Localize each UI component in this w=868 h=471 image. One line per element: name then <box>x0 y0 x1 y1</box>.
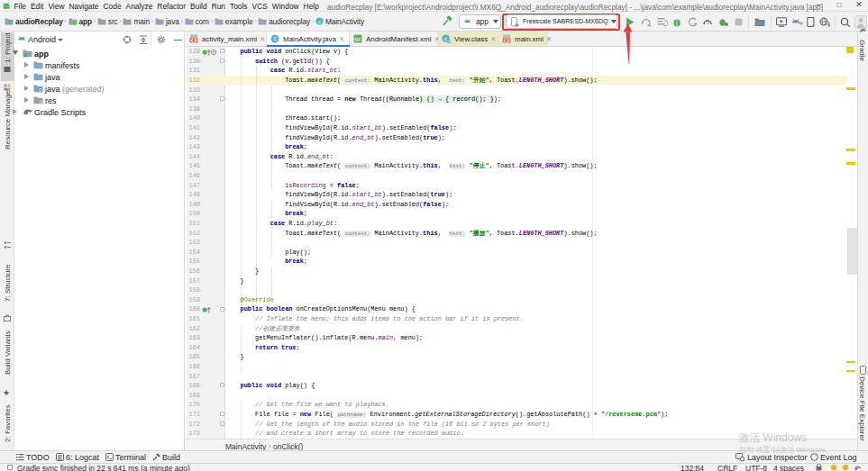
svg-text:c: c <box>318 19 321 24</box>
svg-text:MF: MF <box>354 37 361 42</box>
svg-text:c: c <box>444 36 447 41</box>
svg-text:❮❯: ❮❯ <box>190 38 197 43</box>
svg-text:❮❯: ❮❯ <box>503 38 510 43</box>
